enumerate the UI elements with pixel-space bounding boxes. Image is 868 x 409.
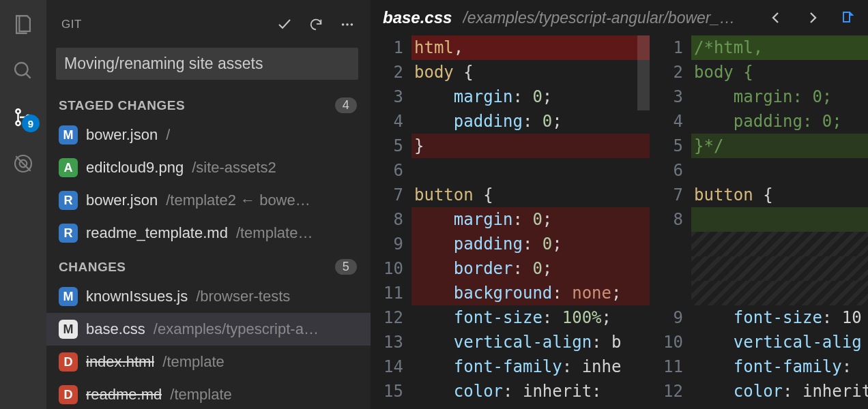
- file-name: editcloud9.png: [86, 159, 184, 177]
- code-line[interactable]: [691, 158, 868, 183]
- status-badge: M: [59, 287, 78, 306]
- code-line[interactable]: font-family: inhe: [411, 354, 650, 379]
- file-name: knownIssues.js: [86, 288, 188, 305]
- code-line[interactable]: html,: [411, 35, 650, 60]
- debug-icon[interactable]: [11, 151, 35, 176]
- status-badge: A: [59, 158, 78, 177]
- diff-left[interactable]: 123456789101112131415 html,body { margin…: [371, 35, 650, 409]
- file-name: bower.json: [86, 192, 158, 209]
- code-line[interactable]: [691, 256, 868, 281]
- svg-point-2: [16, 121, 20, 125]
- file-path: /browser-tests: [196, 288, 290, 305]
- editor-filepath: /examples/typescript-angular/bower_…: [463, 9, 755, 27]
- file-name: readme_template.md: [86, 224, 228, 242]
- file-path: /template: [170, 386, 232, 404]
- activity-bar: 9: [0, 0, 46, 409]
- code-line[interactable]: vertical-alig: [691, 330, 868, 354]
- code-line[interactable]: body {: [411, 60, 650, 85]
- code-line[interactable]: body {: [691, 60, 868, 85]
- open-file-icon[interactable]: [839, 10, 856, 26]
- section-label: STAGED CHANGES: [59, 98, 185, 113]
- svg-point-6: [342, 23, 345, 26]
- code-line[interactable]: background: none;: [411, 281, 650, 305]
- file-name: index.html: [86, 353, 154, 371]
- commit-message-input[interactable]: Moving/renaming site assets: [56, 48, 358, 80]
- diff-right[interactable]: 123456789101112 /*html,body { margin: 0;…: [650, 35, 868, 409]
- file-row[interactable]: Aeditcloud9.png/site-assets2: [46, 151, 371, 184]
- editor-tabbar: base.css /examples/typescript-angular/bo…: [371, 0, 868, 35]
- status-badge: R: [59, 224, 78, 243]
- file-row[interactable]: Dreadme.md/template: [46, 378, 371, 409]
- file-row[interactable]: Mbase.css/examples/typescript-a…: [46, 313, 371, 346]
- source-control-icon[interactable]: 9: [11, 105, 35, 130]
- section-count: 4: [335, 97, 357, 113]
- explorer-icon[interactable]: [11, 12, 35, 37]
- svg-point-1: [16, 109, 20, 113]
- file-name: readme.md: [86, 386, 162, 404]
- file-row[interactable]: MknownIssues.js/browser-tests: [46, 280, 371, 313]
- code-line[interactable]: button {: [691, 183, 868, 207]
- git-title: GIT: [61, 18, 276, 31]
- git-sidebar: GIT Moving/renaming site assets STAGED C…: [46, 0, 371, 409]
- diff-pane: 123456789101112131415 html,body { margin…: [371, 35, 868, 409]
- code-line[interactable]: }: [411, 134, 650, 158]
- code-line[interactable]: [411, 158, 650, 183]
- status-badge: M: [59, 320, 78, 339]
- file-path: /site-assets2: [192, 159, 276, 177]
- editor-filename[interactable]: base.css: [383, 8, 452, 27]
- git-actions: [276, 16, 356, 33]
- code-line[interactable]: font-family:: [691, 354, 868, 379]
- code-line[interactable]: [691, 207, 868, 232]
- file-path: /template: [162, 353, 225, 371]
- next-diff-icon[interactable]: [804, 10, 820, 26]
- file-name: bower.json: [86, 126, 158, 144]
- section-label: CHANGES: [59, 260, 126, 275]
- scrollbar-thumb[interactable]: [637, 35, 650, 110]
- file-path: /template2 ← bowe…: [166, 192, 310, 209]
- scm-badge: 9: [22, 115, 40, 132]
- file-name: base.css: [86, 320, 145, 338]
- code-line[interactable]: [691, 281, 868, 305]
- commit-icon[interactable]: [276, 16, 293, 33]
- code-line[interactable]: button {: [411, 183, 650, 207]
- status-badge: D: [59, 385, 78, 404]
- status-badge: D: [59, 352, 78, 372]
- status-badge: M: [59, 125, 78, 145]
- status-badge: R: [59, 191, 78, 210]
- search-icon[interactable]: [11, 59, 35, 83]
- prev-diff-icon[interactable]: [768, 10, 785, 26]
- more-icon[interactable]: [339, 16, 356, 33]
- code-line[interactable]: vertical-align: b: [411, 330, 650, 354]
- code-line[interactable]: margin: 0;: [411, 207, 650, 232]
- file-row[interactable]: Rbower.json/template2 ← bowe…: [46, 184, 371, 217]
- file-path: /: [166, 126, 170, 144]
- svg-point-8: [351, 23, 353, 26]
- code-line[interactable]: margin: 0;: [691, 85, 868, 109]
- code-line[interactable]: font-size: 100%;: [411, 305, 650, 330]
- svg-point-7: [346, 23, 349, 26]
- git-header: GIT: [46, 16, 371, 37]
- code-line[interactable]: font-size: 10: [691, 305, 868, 330]
- refresh-icon[interactable]: [308, 16, 324, 33]
- code-line[interactable]: }*/: [691, 134, 868, 158]
- file-row[interactable]: Dindex.html/template: [46, 346, 371, 378]
- file-path: /examples/typescript-a…: [154, 320, 319, 338]
- code-line[interactable]: padding: 0;: [691, 109, 868, 134]
- code-line[interactable]: padding: 0;: [411, 232, 650, 256]
- code-line[interactable]: color: inherit: [691, 379, 868, 404]
- section-header[interactable]: CHANGES5: [46, 249, 371, 280]
- code-line[interactable]: padding: 0;: [411, 109, 650, 134]
- section-count: 5: [335, 259, 357, 275]
- file-row[interactable]: Rreadme_template.md/template…: [46, 217, 371, 249]
- code-line[interactable]: color: inherit:: [411, 379, 650, 404]
- code-line[interactable]: border: 0;: [411, 256, 650, 281]
- code-line[interactable]: margin: 0;: [411, 85, 650, 109]
- svg-point-0: [15, 63, 28, 76]
- section-header[interactable]: STAGED CHANGES4: [46, 88, 371, 119]
- file-row[interactable]: Mbower.json/: [46, 119, 371, 151]
- code-line[interactable]: [691, 232, 868, 256]
- editor-area: base.css /examples/typescript-angular/bo…: [371, 0, 868, 409]
- code-line[interactable]: /*html,: [691, 35, 868, 60]
- file-path: /template…: [236, 224, 313, 242]
